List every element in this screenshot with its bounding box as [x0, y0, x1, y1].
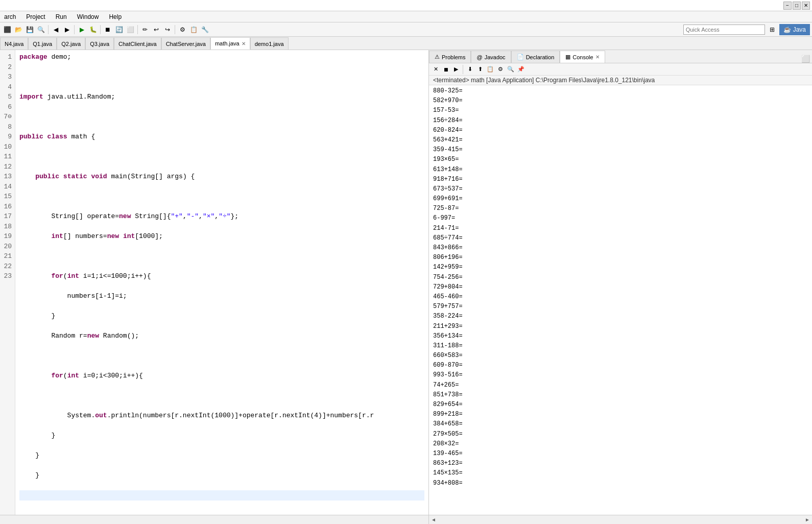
panel-tab-console[interactable]: ▦ Console ✕ [560, 51, 605, 63]
console-btn-3[interactable]: 📋 [486, 65, 495, 74]
console-line: 6-997= [433, 213, 808, 223]
toolbar-separator-5 [175, 25, 175, 34]
console-line: 851+738= [433, 390, 808, 400]
console-toolbar: ✕ ⏹ ▶ ⬇ ⬆ 📋 ⚙ 🔍 📌 [429, 63, 812, 76]
console-scroll-right[interactable]: ► [805, 517, 810, 522]
tab-chatserverjava[interactable]: ChatServer.java [161, 37, 210, 50]
menu-run[interactable]: Run [54, 12, 69, 21]
console-tab-close-icon[interactable]: ✕ [595, 54, 600, 60]
tab-mathjava[interactable]: math.java ✕ [210, 37, 250, 50]
console-line: 156÷284= [433, 116, 808, 126]
menu-bar: arch Project Run Window Help [0, 11, 812, 22]
tab-q1java[interactable]: Q1.java [28, 37, 57, 50]
toolbar-btn-14[interactable]: 📋 [188, 25, 199, 35]
console-btn-6[interactable]: 📌 [516, 65, 526, 74]
console-line: 660×583= [433, 351, 808, 361]
tab-q2java[interactable]: Q2.java [57, 37, 85, 50]
quick-access-input[interactable] [683, 25, 765, 35]
console-line: 145×135= [433, 468, 808, 478]
console-line: 563+421= [433, 135, 808, 145]
console-line: 359-415= [433, 145, 808, 155]
toolbar-btn-10[interactable]: ✏ [140, 25, 150, 35]
tab-label: ChatClient.java [118, 41, 157, 47]
declaration-icon: 📄 [517, 54, 524, 60]
console-terminate-btn[interactable]: ⏹ [441, 65, 450, 74]
console-line: 829+654= [433, 400, 808, 410]
console-scroll-left[interactable]: ◄ [431, 517, 436, 522]
toolbar-separator-1 [48, 25, 49, 34]
toolbar-btn-15[interactable]: 🔧 [200, 25, 210, 35]
console-line: 465-460= [433, 292, 808, 302]
console-line: 582+970= [433, 96, 808, 106]
console-line: 208×32= [433, 439, 808, 449]
console-line: 993-516= [433, 370, 808, 380]
console-output[interactable]: 880-325=582+970=157-53=156÷284=620-824=5… [429, 85, 812, 515]
console-line: 139-465= [433, 449, 808, 459]
window-controls: − □ ✕ [783, 2, 810, 10]
console-btn-1[interactable]: ⬇ [465, 65, 474, 74]
tab-label: Q1.java [33, 41, 52, 47]
panel-tab-problems[interactable]: ⚠ Problems [429, 51, 471, 63]
quick-access-area: ⊞ ☕ Java [683, 24, 810, 35]
console-clear-btn[interactable]: ✕ [431, 65, 440, 74]
console-line: 613+148= [433, 165, 808, 175]
toolbar-run-btn[interactable]: ▶ [77, 25, 87, 35]
toolbar-btn-13[interactable]: ⚙ [177, 25, 187, 35]
tab-n4java[interactable]: N4.java [0, 37, 28, 50]
toolbar-btn-1[interactable]: ⬛ [2, 25, 12, 35]
console-line: 880-325= [433, 86, 808, 96]
code-editor[interactable]: package demo; import java.util.Random; p… [15, 50, 428, 515]
console-header-text: <terminated> math [Java Application] C:\… [433, 77, 655, 84]
toolbar-btn-8[interactable]: 🔄 [114, 25, 124, 35]
console-line: 74+265= [433, 380, 808, 390]
tab-label: N4.java [5, 41, 23, 47]
console-line: 279×505= [433, 430, 808, 439]
panel-tab-javadoc[interactable]: @ Javadoc [471, 51, 511, 63]
console-btn-2[interactable]: ⬆ [475, 65, 485, 74]
menu-project[interactable]: Project [24, 12, 47, 21]
editor-bottom-bar [0, 515, 428, 524]
menu-help[interactable]: Help [107, 12, 124, 21]
toolbar-btn-11[interactable]: ↩ [151, 25, 161, 35]
console-relaunch-btn[interactable]: ▶ [451, 65, 461, 74]
minimize-button[interactable]: − [783, 2, 792, 10]
code-content[interactable]: 1 2 3 4 5 6 7⊖ 8 9 10 11 12 13 14 15 16 … [0, 50, 428, 515]
close-button[interactable]: ✕ [802, 2, 810, 10]
title-bar: − □ ✕ [0, 0, 812, 11]
tab-demo1java[interactable]: demo1.java [250, 37, 289, 50]
maximize-button[interactable]: □ [793, 2, 801, 10]
console-btn-5[interactable]: 🔍 [506, 65, 515, 74]
console-line: 620-824= [433, 126, 808, 135]
toolbar-btn-2[interactable]: 📂 [13, 25, 23, 35]
tab-close-icon[interactable]: ✕ [242, 41, 246, 46]
toolbar-btn-7[interactable]: ⏹ [103, 25, 113, 35]
console-line: 918+716= [433, 175, 808, 184]
panel-expand-icon[interactable]: ⬜ [801, 55, 810, 63]
toolbar-separator-2 [74, 25, 75, 34]
console-line: 673÷537= [433, 184, 808, 194]
toolbar-btn-9[interactable]: ⬜ [125, 25, 135, 35]
toolbar-btn-5[interactable]: ◀ [51, 25, 61, 35]
toolbar-btn-4[interactable]: 🔍 [36, 25, 46, 35]
console-header: <terminated> math [Java Application] C:\… [429, 76, 812, 85]
console-btn-4[interactable]: ⚙ [496, 65, 505, 74]
toolbar-perspective-btn[interactable]: ⊞ [767, 25, 777, 35]
toolbar-debug-btn[interactable]: 🐛 [88, 25, 98, 35]
console-line: 899+218= [433, 410, 808, 419]
tab-label: Q3.java [90, 41, 109, 47]
console-line: 214-71= [433, 224, 808, 233]
tab-chatclientjava[interactable]: ChatClient.java [114, 37, 161, 50]
console-line: 193×65= [433, 155, 808, 164]
toolbar-btn-12[interactable]: ↪ [162, 25, 173, 35]
console-line: 358-224= [433, 312, 808, 321]
toolbar-separator-4 [137, 25, 138, 34]
toolbar-btn-6[interactable]: ▶ [62, 25, 72, 35]
tab-q3java[interactable]: Q3.java [85, 37, 114, 50]
toolbar-btn-3[interactable]: 💾 [25, 25, 35, 35]
menu-window[interactable]: Window [75, 12, 101, 21]
main-area: 1 2 3 4 5 6 7⊖ 8 9 10 11 12 13 14 15 16 … [0, 50, 812, 524]
java-perspective-btn[interactable]: ☕ Java [779, 24, 810, 35]
menu-arch[interactable]: arch [2, 12, 18, 21]
panel-tab-declaration[interactable]: 📄 Declaration [511, 51, 560, 63]
console-line: 211+293= [433, 322, 808, 331]
